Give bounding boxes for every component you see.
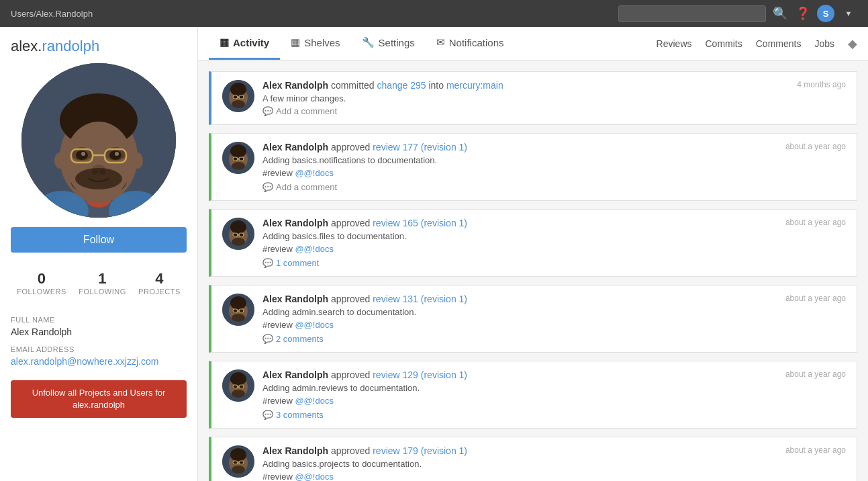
followers-count: 0: [17, 270, 66, 288]
add-comment-button[interactable]: 💬 Add a comment: [262, 106, 846, 116]
avatar: [21, 63, 176, 218]
svg-point-24: [75, 168, 122, 189]
activity-link[interactable]: review 131 (revision 1): [373, 294, 467, 304]
activity-feed: Alex Randolph committed change 295 into …: [198, 60, 868, 481]
activity-tag: #review @@!docs: [262, 244, 846, 254]
activity-link[interactable]: review 177 (revision 1): [373, 142, 467, 152]
mention-link[interactable]: @@!docs: [295, 168, 333, 178]
activity-desc: A few minor changes.: [262, 93, 846, 103]
following-count: 1: [79, 270, 126, 288]
envelope-icon: ✉: [436, 36, 445, 48]
tab-notifications[interactable]: ✉ Notifications: [426, 27, 515, 60]
activity-header: Alex Randolph committed change 295 into …: [262, 80, 846, 91]
mention-link[interactable]: @@!docs: [295, 244, 333, 254]
activity-username[interactable]: Alex Randolph: [262, 80, 328, 91]
mention-link[interactable]: @@!docs: [295, 396, 333, 406]
activity-username[interactable]: Alex Randolph: [262, 142, 328, 152]
activity-repo-link[interactable]: mercury:main: [446, 80, 503, 91]
tab-shelves[interactable]: ▦ Shelves: [280, 27, 350, 60]
activity-time: about a year ago: [785, 218, 846, 227]
search-icon[interactable]: 🔍: [771, 5, 789, 22]
projects-label: PROJECTS: [138, 288, 181, 296]
activity-desc: Adding basics.projects to documentation.: [262, 459, 846, 469]
activity-header: Alex Randolph approved review 129 (revis…: [262, 369, 846, 380]
activity-username[interactable]: Alex Randolph: [262, 369, 328, 380]
tab-reviews[interactable]: Reviews: [657, 38, 692, 49]
chevron-down-icon[interactable]: ▼: [840, 5, 857, 22]
activity-body: Alex Randolph approved review 131 (revis…: [262, 294, 846, 344]
stats-row: 0 FOLLOWERS 1 FOLLOWING 4 PROJECTS: [11, 263, 187, 302]
activity-desc: Adding admin.search to documentation.: [262, 307, 846, 317]
svg-point-74: [230, 448, 246, 462]
avatar: [222, 294, 254, 326]
mention-link[interactable]: @@!docs: [295, 320, 333, 330]
activity-username[interactable]: Alex Randolph: [262, 294, 328, 304]
comments-link[interactable]: 💬 2 comments: [262, 334, 846, 344]
search-input[interactable]: [618, 5, 766, 22]
unfollow-button[interactable]: Unfollow all Projects and Users for alex…: [11, 380, 187, 418]
projects-stat[interactable]: 4 PROJECTS: [138, 270, 181, 296]
comment-icon: 💬: [262, 106, 273, 116]
help-icon[interactable]: ❓: [794, 5, 812, 22]
wrench-icon: 🔧: [362, 36, 375, 48]
comment-count-icon: 💬: [262, 334, 273, 344]
sidebar: alex.randolph: [0, 27, 198, 481]
activity-tag: #review @@!docs: [262, 168, 846, 178]
activity-tag: #review @@!docs: [262, 472, 846, 481]
svg-point-26: [132, 152, 143, 169]
projects-count: 4: [138, 270, 181, 288]
activity-header: Alex Randolph approved review 179 (revis…: [262, 445, 846, 456]
page-container: alex.randolph: [0, 27, 868, 481]
following-stat[interactable]: 1 FOLLOWING: [79, 270, 126, 296]
svg-point-30: [232, 100, 245, 108]
followers-stat[interactable]: 0 FOLLOWERS: [17, 270, 66, 296]
user-menu-button[interactable]: S: [817, 5, 834, 22]
activity-link[interactable]: change 295: [377, 80, 426, 91]
top-nav-right: 🔍 ❓ S ▼: [618, 5, 857, 22]
activity-item: Alex Randolph approved review 165 (revis…: [209, 209, 857, 277]
activity-time: about a year ago: [785, 142, 846, 151]
activity-tag: #review @@!docs: [262, 396, 846, 406]
tabs-bar: ▦ Activity ▦ Shelves 🔧 Settings ✉ Notifi…: [198, 27, 868, 60]
activity-header: Alex Randolph approved review 165 (revis…: [262, 218, 846, 228]
add-comment-button[interactable]: 💬 Add a comment: [262, 182, 846, 192]
activity-desc: Adding basics.notifications to documenta…: [262, 155, 846, 165]
sidebar-username: alex.randolph: [11, 38, 187, 55]
tab-comments[interactable]: Comments: [756, 38, 802, 49]
activity-header: Alex Randolph approved review 177 (revis…: [262, 142, 846, 152]
activity-link[interactable]: review 129 (revision 1): [373, 369, 467, 380]
rss-icon[interactable]: ◆: [848, 36, 857, 51]
svg-point-57: [232, 314, 245, 322]
full-name-label: FULL NAME: [11, 316, 187, 324]
email-value[interactable]: alex.randolph@nowhere.xxjzzj.com: [11, 356, 187, 367]
activity-username[interactable]: Alex Randolph: [262, 445, 328, 456]
activity-item: Alex Randolph approved review 131 (revis…: [209, 285, 857, 353]
comments-link[interactable]: 💬 1 comment: [262, 258, 846, 268]
follow-button[interactable]: Follow: [11, 227, 187, 253]
tab-commits[interactable]: Commits: [706, 38, 742, 49]
svg-point-29: [230, 83, 246, 96]
tab-settings[interactable]: 🔧 Settings: [351, 27, 426, 60]
top-navigation: Users/Alex.Randolph 🔍 ❓ S ▼: [0, 0, 868, 27]
activity-desc: Adding admin.reviews to documentation.: [262, 383, 846, 393]
shelves-icon: ▦: [291, 36, 300, 48]
activity-time: about a year ago: [785, 369, 846, 379]
svg-point-48: [232, 238, 245, 246]
mention-link[interactable]: @@!docs: [295, 472, 333, 481]
activity-username[interactable]: Alex Randolph: [262, 218, 328, 228]
full-name-value: Alex Randolph: [11, 326, 187, 337]
activity-time: about a year ago: [785, 294, 846, 303]
svg-point-75: [232, 466, 245, 474]
username-part2: randolph: [42, 38, 99, 54]
activity-desc: Adding basics.files to documentation.: [262, 231, 846, 241]
breadcrumb: Users/Alex.Randolph: [11, 9, 93, 19]
avatar: [222, 445, 254, 478]
activity-tag: #review @@!docs: [262, 320, 846, 330]
right-content: ▦ Activity ▦ Shelves 🔧 Settings ✉ Notifi…: [198, 27, 868, 481]
tab-activity[interactable]: ▦ Activity: [209, 27, 280, 60]
comments-link[interactable]: 💬 3 comments: [262, 410, 846, 420]
svg-point-38: [230, 144, 246, 158]
activity-link[interactable]: review 165 (revision 1): [373, 218, 467, 228]
activity-link[interactable]: review 179 (revision 1): [373, 445, 467, 456]
tab-jobs[interactable]: Jobs: [814, 38, 834, 49]
